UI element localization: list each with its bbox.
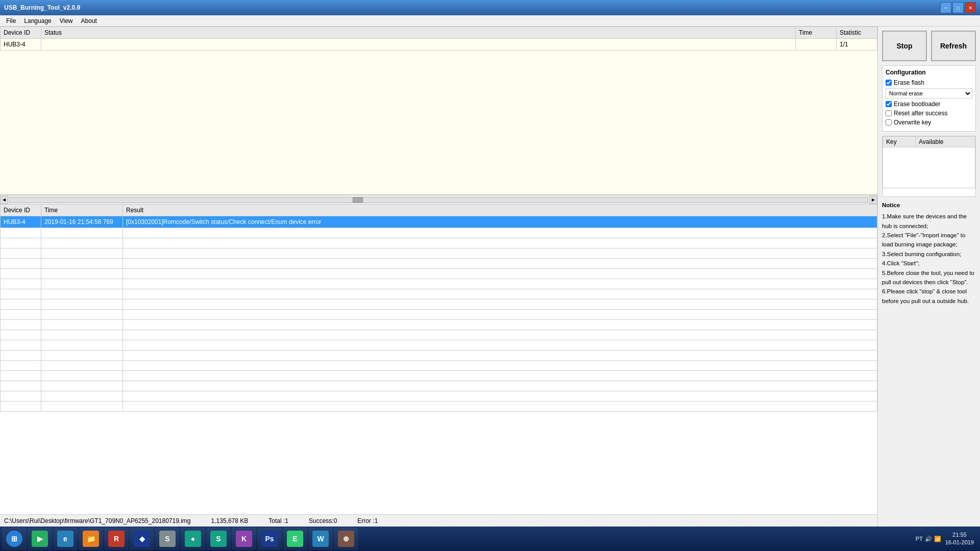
log-row[interactable]: HUB3-4 2019-01-16 21:54:58 769 [0x103020… — [1, 216, 877, 228]
col-time: Time — [796, 27, 837, 39]
taskbar-start-button[interactable]: ⊞ — [2, 528, 27, 550]
config-section: Configuration Erase flash Normal erase F… — [882, 65, 976, 132]
taskbar-right: PT 🔊 📶 21:55 16-01-2019 — [916, 531, 978, 547]
taskbar-app-brown-button[interactable]: ⊕ — [334, 528, 358, 550]
log-empty-row — [1, 269, 877, 279]
kodi-icon: K — [236, 531, 252, 547]
action-buttons: Stop Refresh — [882, 31, 976, 61]
status-filesize: 1,135,678 KB — [211, 517, 249, 524]
log-col-result: Result — [123, 205, 877, 216]
reset-after-success-checkbox[interactable] — [886, 110, 892, 116]
menu-language[interactable]: Language — [20, 16, 55, 26]
log-col-device-id: Device ID — [1, 205, 41, 216]
table-row[interactable]: HUB3-4 1/1 — [1, 39, 877, 51]
maximize-button[interactable]: □ — [952, 2, 964, 13]
overwrite-key-row: Overwrite key — [886, 119, 972, 126]
taskbar-epic-button[interactable]: E — [283, 528, 307, 550]
status-filepath: C:\Users\Rui\Desktop\firmware\GT1_709N0_… — [4, 517, 191, 524]
log-empty-row — [1, 259, 877, 269]
taskbar-time: 21:55 16-01-2019 — [945, 531, 974, 547]
scrollbar-thumb[interactable] — [353, 197, 363, 203]
scrollbar-track[interactable] — [9, 197, 868, 203]
key-col-key: Key — [883, 137, 916, 147]
notice-line: 4.Click "Start"; — [882, 259, 976, 268]
erase-flash-row: Erase flash — [886, 79, 972, 86]
app-brown-icon: ⊕ — [338, 531, 354, 547]
notice-line: 6.Please click "stop" & close tool befor… — [882, 287, 976, 306]
notice-section: Notice 1.Make sure the devices and the h… — [882, 201, 976, 522]
overwrite-key-checkbox[interactable] — [886, 119, 892, 126]
status-total: Total :1 — [268, 517, 288, 524]
log-time: 2019-01-16 21:54:58 769 — [41, 216, 123, 228]
erase-bootloader-label: Erase bootloader — [894, 101, 940, 108]
left-panel: Device ID Status Time Statistic HUB3-4 1… — [0, 27, 878, 527]
status-success: Success:0 — [309, 517, 337, 524]
erase-bootloader-checkbox[interactable] — [886, 101, 892, 107]
log-empty-row — [1, 279, 877, 289]
log-empty-row — [1, 371, 877, 381]
log-empty-row — [1, 340, 877, 350]
taskbar-word-button[interactable]: W — [308, 528, 333, 550]
log-empty-row — [1, 402, 877, 412]
refresh-button[interactable]: Refresh — [931, 31, 976, 61]
log-area: Device ID Time Result HUB3-4 2019-01-16 … — [0, 204, 877, 514]
stop-button[interactable]: Stop — [882, 31, 927, 61]
log-empty-row — [1, 310, 877, 320]
erase-bootloader-row: Erase bootloader — [886, 101, 972, 108]
notice-line: 3.Select burning configuration; — [882, 249, 976, 259]
device-id-cell: HUB3-4 — [1, 39, 41, 51]
reset-after-success-row: Reset after success — [886, 110, 972, 117]
scroll-left-btn[interactable]: ◀ — [0, 196, 8, 204]
title-bar-controls[interactable]: ─ □ ✕ — [940, 2, 976, 13]
notice-line: 2.Select "File"-"Import image" to load b… — [882, 231, 976, 249]
notice-text: 1.Make sure the devices and the hub is c… — [882, 212, 976, 306]
browser-icon: e — [57, 531, 74, 547]
erase-mode-dropdown[interactable]: Normal erase Full erase — [886, 88, 972, 98]
menu-view[interactable]: View — [56, 16, 77, 26]
chrome-icon: ● — [185, 531, 201, 547]
taskbar-steam-button[interactable]: S — [155, 528, 180, 550]
log-table: Device ID Time Result HUB3-4 2019-01-16 … — [0, 204, 877, 412]
statistic-cell: 1/1 — [837, 39, 877, 51]
photoshop-icon: Ps — [261, 531, 278, 547]
log-empty-row — [1, 228, 877, 238]
tray-network-icon: 📶 — [934, 536, 941, 542]
taskbar-app-darkblue-button[interactable]: ◆ — [130, 528, 154, 550]
log-empty-row — [1, 391, 877, 402]
taskbar-browser-button[interactable]: e — [53, 528, 78, 550]
erase-flash-label: Erase flash — [894, 79, 924, 86]
reset-after-success-label: Reset after success — [894, 110, 947, 117]
notice-line: 1.Make sure the devices and the hub is c… — [882, 212, 976, 231]
log-empty-row — [1, 238, 877, 248]
start-icon: ⊞ — [6, 531, 22, 547]
erase-flash-checkbox[interactable] — [886, 80, 892, 86]
menu-about[interactable]: About — [77, 16, 101, 26]
col-status: Status — [41, 27, 796, 39]
taskbar-app-red-button[interactable]: R — [104, 528, 129, 550]
taskbar-file-explorer-button[interactable]: 📁 — [79, 528, 103, 550]
col-statistic: Statistic — [837, 27, 877, 39]
taskbar-chrome-button[interactable]: ● — [181, 528, 205, 550]
key-table: Key Available — [883, 136, 975, 188]
taskbar-skype-button[interactable]: S — [206, 528, 231, 550]
tray-language: PT — [916, 536, 923, 542]
close-button[interactable]: ✕ — [965, 2, 976, 13]
word-icon: W — [312, 531, 329, 547]
log-empty-row — [1, 330, 877, 340]
taskbar-kodi-button[interactable]: K — [232, 528, 256, 550]
minimize-button[interactable]: ─ — [940, 2, 951, 13]
log-device-id: HUB3-4 — [1, 216, 41, 228]
scroll-right-btn[interactable]: ▶ — [869, 196, 877, 204]
media-player-icon: ▶ — [32, 531, 48, 547]
key-section: Key Available — [882, 136, 976, 197]
log-empty-row — [1, 289, 877, 299]
taskbar-media-player-button[interactable]: ▶ — [28, 528, 52, 550]
taskbar-photoshop-button[interactable]: Ps — [257, 528, 282, 550]
menu-file[interactable]: File — [2, 16, 20, 26]
log-empty-row — [1, 350, 877, 361]
menu-bar: File Language View About — [0, 15, 980, 27]
top-table-area: Device ID Status Time Statistic HUB3-4 1… — [0, 27, 877, 195]
taskbar-icons: ⊞▶e📁R◆S●SKPsEW⊕ — [2, 528, 358, 550]
scroll-area[interactable]: ◀ ▶ — [0, 195, 877, 204]
title-bar-title: USB_Burning_Tool_v2.0.9 — [4, 4, 80, 11]
